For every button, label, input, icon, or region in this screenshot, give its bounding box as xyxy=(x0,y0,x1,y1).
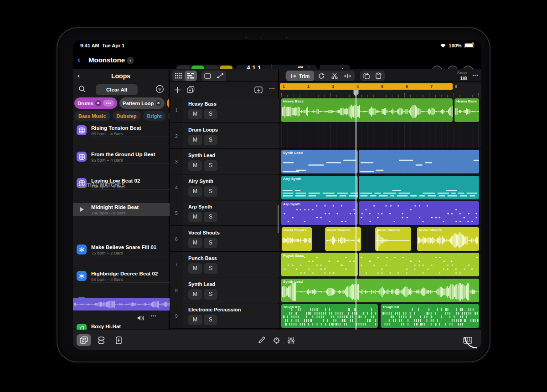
mute-button[interactable]: M xyxy=(188,160,202,171)
smart-controls-button[interactable] xyxy=(269,334,284,346)
region-vocal-shouts[interactable]: Vocal Shouts xyxy=(417,227,479,251)
track-lane-1[interactable]: Heavy BassHeavy Bass xyxy=(279,98,481,123)
clear-all-button[interactable]: Clear All xyxy=(96,84,138,95)
cycle-region[interactable] xyxy=(280,83,453,90)
browser-more-button[interactable]: ⋯ xyxy=(150,312,157,319)
project-dropdown-icon[interactable]: ▾ xyxy=(127,57,134,64)
track-lane-7[interactable]: Punch Bass xyxy=(279,252,481,277)
copy-button[interactable] xyxy=(360,71,372,81)
tag-bright[interactable]: Bright xyxy=(143,111,166,121)
region-vocal-shouts[interactable]: Vocal Shouts xyxy=(282,227,312,251)
search-icon[interactable] xyxy=(78,85,86,93)
solo-button[interactable]: S xyxy=(204,135,217,145)
track-name[interactable]: Airy Synth xyxy=(188,178,213,184)
region-punch-bass[interactable]: Punch Bass xyxy=(281,253,358,276)
region-heavy-bass[interactable]: Heavy Bass xyxy=(454,98,479,122)
track-name[interactable]: Heavy Bass xyxy=(188,101,217,107)
solo-button[interactable]: S xyxy=(204,289,217,300)
region-part[interactable] xyxy=(359,150,479,173)
mute-button[interactable]: M xyxy=(188,289,202,300)
solo-button[interactable]: S xyxy=(204,160,217,171)
cells-button[interactable] xyxy=(94,334,108,346)
vertical-scrollbar[interactable] xyxy=(278,205,279,233)
track-header-heavy-bass[interactable]: 1Heavy BassMS xyxy=(170,98,279,123)
solo-button[interactable]: S xyxy=(204,212,217,222)
chip-remove-icon[interactable]: ✕ xyxy=(95,100,101,106)
import-icon[interactable] xyxy=(254,87,263,93)
add-track-icon[interactable] xyxy=(174,87,181,93)
track-header-airy-synth[interactable]: 4Airy SynthMS xyxy=(170,175,279,200)
tracks-view-button[interactable] xyxy=(185,71,197,81)
track-lane-3[interactable]: Synth Lead xyxy=(279,149,481,174)
loop-list-item[interactable]: From the Ground Up Beat95 bpm – 4 Bars xyxy=(73,150,170,163)
pencil-button[interactable] xyxy=(254,334,269,346)
tag-bass-music[interactable]: Bass Music xyxy=(74,111,110,121)
live-loops-view-button[interactable] xyxy=(172,71,185,81)
track-lane-8[interactable]: Synth Lead xyxy=(279,278,481,303)
region-airy-synth[interactable]: Airy Synth xyxy=(281,176,358,199)
region-arp-synth[interactable]: Arp Synth xyxy=(281,201,358,225)
solo-button[interactable]: S xyxy=(204,263,217,274)
solo-button[interactable]: S xyxy=(204,186,217,197)
region-synth-lead[interactable]: Synth Lead xyxy=(281,150,358,173)
preview-volume-icon[interactable] xyxy=(137,315,145,321)
filter-chip-pattern-loop[interactable]: Pattern Loop✕ xyxy=(119,97,165,109)
project-title[interactable]: Moonstone xyxy=(88,56,125,64)
loop-tool-button[interactable] xyxy=(315,71,327,81)
mixer-button[interactable] xyxy=(284,334,298,346)
marquee-tool-button[interactable] xyxy=(201,71,214,81)
split-tool-button[interactable] xyxy=(328,71,341,81)
loop-list-item[interactable]: Make Believe Snare Fill 0175 bpm – 2 Bar… xyxy=(73,243,170,256)
region-part[interactable] xyxy=(359,176,479,199)
chip-more-button[interactable]: ••• xyxy=(103,100,114,107)
region-heavy-bass[interactable]: Heavy Bass xyxy=(281,98,453,122)
corner-gesture-arc[interactable] xyxy=(464,337,478,349)
region-tough-kit[interactable]: Tough Kit xyxy=(381,304,479,328)
track-header-drum-loops[interactable]: 2Drum LoopsMS xyxy=(170,124,279,149)
snap-setting[interactable]: Snap 1/8 xyxy=(457,70,467,81)
mute-button[interactable]: M xyxy=(188,135,202,145)
automation-button[interactable] xyxy=(214,71,226,81)
track-lane-4[interactable]: Airy Synth xyxy=(279,175,481,200)
track-lane-5[interactable]: Arp Synth xyxy=(279,201,481,226)
duplicate-icon[interactable] xyxy=(187,86,195,93)
loop-list-item[interactable]: Highbridge Decree Beat 0294 bpm – 4 Bars xyxy=(73,270,170,283)
loop-list-item[interactable]: Midnight Ride Beat140 bpm – 8 Bars xyxy=(73,203,170,216)
filter-chip-drums[interactable]: Drums✕••• xyxy=(74,97,117,109)
region-tough-kit[interactable]: Tough Kit xyxy=(281,304,378,328)
region-vocal-shouts[interactable]: Vocal Shouts xyxy=(375,227,411,251)
mute-button[interactable]: M xyxy=(188,212,202,222)
loops-browser-button[interactable] xyxy=(77,334,91,346)
track-name[interactable]: Synth Lead xyxy=(188,153,215,158)
track-header-arp-synth[interactable]: 5Arp SynthMS xyxy=(170,201,279,226)
track-more-button[interactable]: ⋯ xyxy=(269,85,275,92)
solo-button[interactable]: S xyxy=(204,238,217,248)
track-header-vocal-shouts[interactable]: 6Vocal ShoutsMS xyxy=(170,227,279,252)
track-name[interactable]: Vocal Shouts xyxy=(188,230,220,235)
region-synth-lead[interactable]: Synth Lead xyxy=(281,279,479,302)
join-tool-button[interactable] xyxy=(341,71,354,81)
mute-button[interactable]: M xyxy=(188,186,202,197)
tag-dubstep[interactable]: Dubstep xyxy=(113,111,141,121)
track-lane-9[interactable]: Tough KitTough Kit xyxy=(279,304,481,329)
track-name[interactable]: Drum Loops xyxy=(188,127,218,132)
plugins-button[interactable] xyxy=(111,334,126,346)
playhead-line[interactable] xyxy=(356,90,356,330)
track-name[interactable]: Electronic Percussion xyxy=(188,307,241,312)
chip-remove-icon[interactable]: ✕ xyxy=(155,100,161,106)
track-name[interactable]: Synth Lead xyxy=(188,281,215,287)
track-header-electronic-percussion[interactable]: 9Electronic PercussionMS› xyxy=(170,304,279,329)
loop-list-item[interactable]: Rising Tension Beat85 bpm – 4 Bars xyxy=(73,124,170,137)
filter-chip-trap[interactable]: Trap✕ xyxy=(167,97,169,109)
track-header-synth-lead[interactable]: 8Synth LeadMS xyxy=(170,278,279,303)
region-part[interactable] xyxy=(359,201,479,225)
mute-button[interactable]: M xyxy=(188,263,202,274)
track-header-synth-lead[interactable]: 3Synth LeadMS xyxy=(170,149,279,174)
solo-button[interactable]: S xyxy=(204,315,217,325)
trim-tool-button[interactable]: Trim xyxy=(286,71,314,81)
track-lane-6[interactable]: Vocal ShoutsVocal ShoutsVocal ShoutsVoca… xyxy=(279,227,481,252)
paste-button[interactable] xyxy=(372,71,385,81)
filter-icon[interactable] xyxy=(155,85,164,93)
bar-ruler[interactable]: 12345678 xyxy=(279,83,481,97)
track-header-punch-bass[interactable]: 7Punch BassMS xyxy=(170,252,279,277)
